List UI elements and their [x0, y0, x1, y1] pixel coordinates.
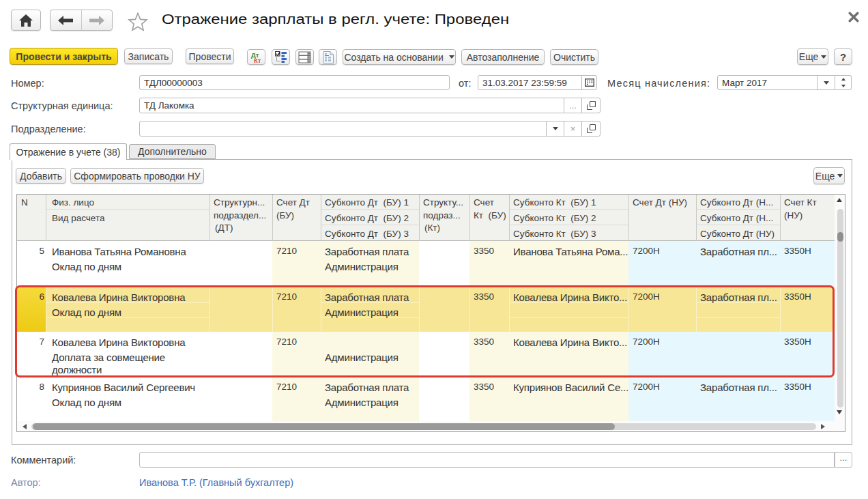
svg-text:Кт: Кт — [254, 57, 261, 63]
